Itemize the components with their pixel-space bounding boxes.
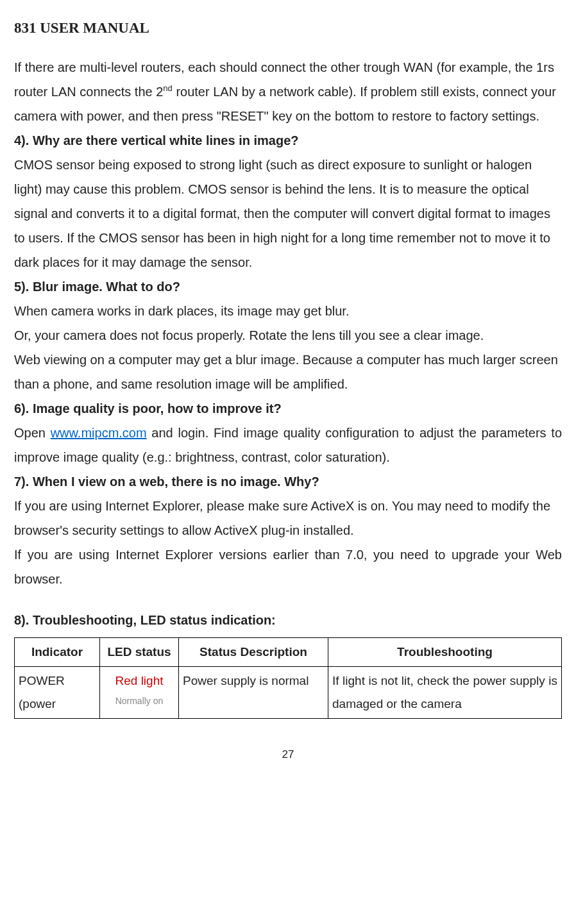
th-indicator: Indicator — [15, 637, 100, 666]
question-6: 6). Image quality is poor, how to improv… — [14, 396, 562, 421]
th-status: Status Description — [179, 637, 328, 666]
answer-5c: Web viewing on a computer may get a blur… — [14, 348, 562, 396]
question-4: 4). Why are there vertical white lines i… — [14, 128, 562, 153]
answer-5b: Or, your camera does not focus properly.… — [14, 323, 562, 348]
answer-7b: If you are using Internet Explorer versi… — [14, 542, 562, 591]
text: Open — [14, 426, 51, 440]
td-led: Red light Normally on — [100, 666, 179, 718]
paragraph-intro: If there are multi-level routers, each s… — [14, 55, 562, 128]
td-status: Power supply is normal — [179, 666, 328, 718]
question-8: 8). Troubleshooting, LED status indicati… — [14, 608, 562, 632]
led-red-light: Red light — [104, 669, 174, 693]
question-7: 7). When I view on a web, there is no im… — [14, 469, 562, 494]
led-normally-on: Normally on — [104, 693, 174, 710]
answer-7a: If you are using Internet Explorer, plea… — [14, 494, 562, 542]
answer-6: Open www.mipcm.com and login. Find image… — [14, 421, 562, 469]
link-mipcm[interactable]: www.mipcm.com — [51, 426, 147, 440]
question-5: 5). Blur image. What to do? — [14, 274, 562, 299]
superscript-nd: nd — [163, 83, 172, 93]
troubleshooting-table: Indicator LED status Status Description … — [14, 637, 562, 719]
th-led: LED status — [100, 637, 179, 666]
document-header: 831 USER MANUAL — [14, 19, 562, 37]
td-indicator: POWER (power — [15, 666, 100, 718]
answer-4: CMOS sensor being exposed to strong ligh… — [14, 153, 562, 274]
th-trouble: Troubleshooting — [328, 637, 562, 666]
body-content: If there are multi-level routers, each s… — [14, 55, 562, 719]
td-trouble: If light is not lit, check the power sup… — [328, 666, 562, 718]
table-header-row: Indicator LED status Status Description … — [15, 637, 562, 666]
page-number: 27 — [14, 744, 562, 765]
answer-5a: When camera works in dark places, its im… — [14, 299, 562, 323]
table-row: POWER (power Red light Normally on Power… — [15, 666, 562, 718]
